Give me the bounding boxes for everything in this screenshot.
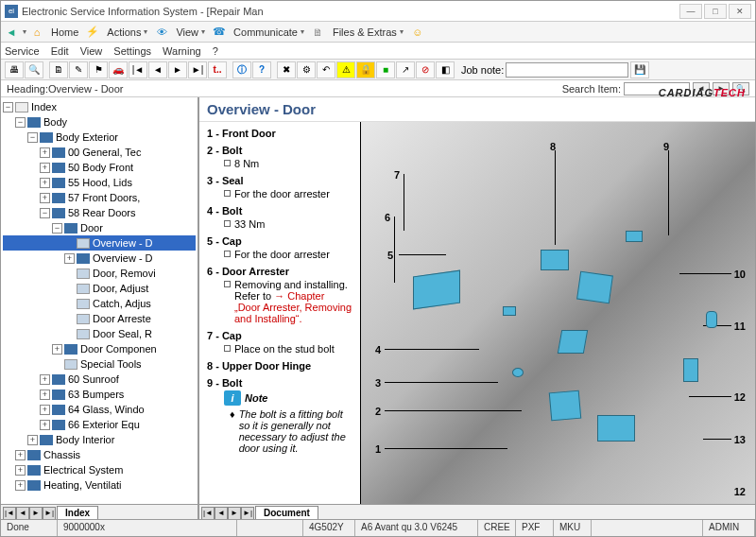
tool1-icon[interactable]: ✖ [277,61,296,78]
lock-icon[interactable]: 🔒 [356,61,375,78]
home-icon[interactable]: ⌂ [30,26,43,39]
files-icon: 🗎 [312,26,325,39]
actions-button[interactable]: Actions▾ [103,26,151,39]
tag-icon[interactable]: ◧ [436,61,455,78]
maximize-button[interactable]: □ [704,4,727,19]
tool2-icon[interactable]: ⚙ [297,61,316,78]
del-icon[interactable]: ⊘ [416,61,435,78]
menu-settings[interactable]: Settings [113,45,151,57]
search-icon[interactable]: 🔍 [25,61,43,78]
statusbar: Done 9000000x 4G502Y A6 Avant qu 3.0 V62… [1,519,755,536]
close-button[interactable]: ✕ [729,4,751,19]
search-prev-button[interactable]: ◄ [693,82,710,95]
tab-index[interactable]: Index [57,506,98,520]
tab-scroll-prev[interactable]: ◄ [16,507,29,520]
car-icon[interactable]: 🚗 [109,61,128,78]
window-title: Electronic Service Information System - … [22,6,679,17]
note-icon[interactable]: ✎ [69,61,88,78]
view-button[interactable]: View▾ [172,26,209,39]
search-next-button[interactable]: ► [713,82,730,95]
app-icon: ei [5,5,18,18]
undo-icon[interactable]: ↶ [317,61,335,78]
fwd-arrow-icon[interactable]: ► [168,61,187,78]
menu-edit[interactable]: Edit [51,45,69,57]
flag-icon[interactable]: ⚑ [89,61,108,78]
warn-icon[interactable]: ⚠ [336,61,355,78]
doc-tab-prev[interactable]: ◄ [215,507,228,520]
doc-tab-first[interactable]: |◄ [201,507,215,520]
back-arrow-icon[interactable]: ◄ [148,61,167,78]
files-button[interactable]: Files & Extras▾ [329,26,407,39]
prev-icon[interactable]: |◄ [129,61,147,78]
next-icon[interactable]: ►| [188,61,207,78]
search-label: Search Item: [562,83,621,95]
doc-title: Overview - Door [199,97,755,122]
communicate-button[interactable]: Communicate▾ [230,26,308,39]
menu-help[interactable]: ? [213,45,218,57]
jobnote-input[interactable] [506,62,628,78]
nav-tree[interactable]: −Index −Body −Body Exterior +00 General,… [1,97,198,504]
menu-warning[interactable]: Warning [163,45,201,57]
back-icon[interactable]: ◄ [5,26,18,39]
heading-label: Heading: [7,83,48,95]
exploded-diagram: 7 6 5 4 3 2 1 8 9 10 11 12 13 12 [360,122,755,510]
info-icon[interactable]: ⓘ [232,61,251,78]
doc-icon[interactable]: 🗎 [49,61,68,78]
check-icon[interactable]: ■ [376,61,395,78]
communicate-icon: ☎ [213,26,226,39]
print-icon[interactable]: 🖶 [5,61,24,78]
diag-icon[interactable]: ↗ [396,61,415,78]
heading-value: Overview - Door [48,83,123,95]
home-button[interactable]: Home [47,26,82,39]
menu-service[interactable]: Service [5,45,40,57]
smiley-icon[interactable]: ☺ [411,26,424,39]
doc-text: 1 - Front Door 2 - Bolt8 Nm 3 - SealFor … [199,122,360,510]
tab-scroll-next[interactable]: ► [29,507,43,520]
doc-tab-next[interactable]: ► [228,507,241,520]
minimize-button[interactable]: — [679,4,702,19]
doc-tab-last[interactable]: ►| [241,507,254,520]
view-icon: 👁 [155,26,168,39]
search-input[interactable] [624,82,690,95]
tab-scroll-first[interactable]: |◄ [3,507,16,520]
actions-icon: ⚡ [86,26,99,39]
help-icon[interactable]: ? [252,61,271,78]
jobnote-label: Job note: [461,64,504,76]
search-go-button[interactable]: 🔍 [732,82,749,95]
tab-scroll-last[interactable]: ►| [43,507,56,520]
tab-document[interactable]: Document [255,506,318,520]
text-icon[interactable]: t.. [208,61,227,78]
note-icon: i [224,390,241,406]
jobnote-save-icon[interactable]: 💾 [630,61,649,78]
menu-view[interactable]: View [80,45,103,57]
